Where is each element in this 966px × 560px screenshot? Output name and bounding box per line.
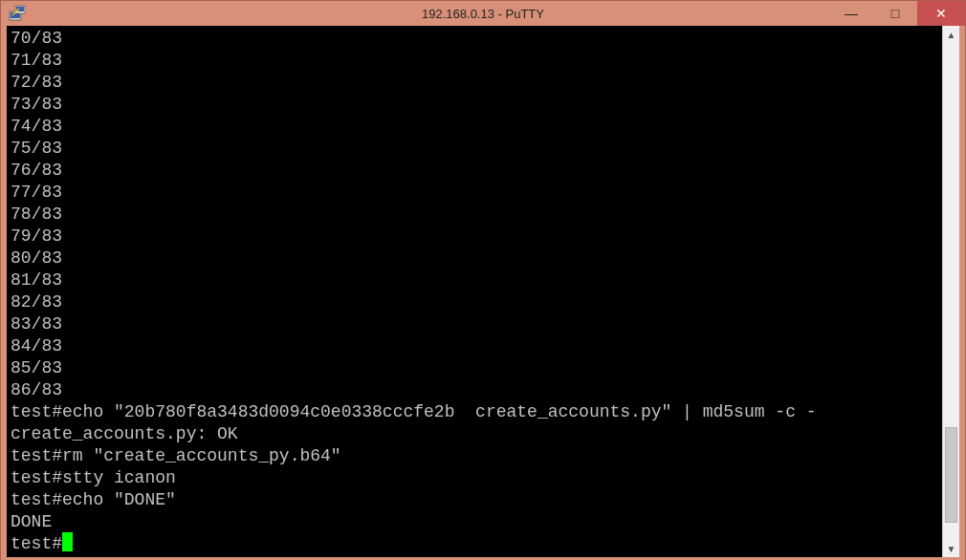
terminal-line: 75/83: [11, 138, 938, 160]
putty-window: 192.168.0.13 - PuTTY — □ ✕ 70/8371/8372/…: [0, 0, 966, 560]
terminal-line: create_accounts.py: OK: [11, 423, 938, 445]
terminal-line: 77/83: [11, 182, 938, 204]
terminal-prompt-line: test#: [11, 533, 938, 555]
terminal-line: 78/83: [11, 204, 938, 226]
terminal-line: 83/83: [11, 313, 938, 335]
terminal-line: test#stty icanon: [11, 467, 938, 489]
titlebar[interactable]: 192.168.0.13 - PuTTY — □ ✕: [1, 1, 965, 26]
terminal-line: 79/83: [11, 226, 938, 248]
terminal-line: 81/83: [11, 269, 938, 291]
cursor: [62, 532, 73, 551]
terminal-line: DONE: [11, 511, 938, 533]
terminal-line: 70/83: [11, 28, 938, 50]
terminal-line: 84/83: [11, 335, 938, 357]
minimize-button[interactable]: —: [829, 1, 873, 26]
maximize-icon: □: [891, 6, 899, 21]
scrollbar[interactable]: ▲ ▼: [942, 26, 959, 557]
terminal[interactable]: 70/8371/8372/8373/8374/8375/8376/8377/83…: [7, 26, 942, 557]
terminal-line: test#rm "create_accounts_py.b64": [11, 445, 938, 467]
terminal-line: test#echo "20b780f8a3483d0094c0e0338cccf…: [11, 401, 938, 423]
maximize-button[interactable]: □: [873, 1, 917, 26]
window-title: 192.168.0.13 - PuTTY: [1, 7, 965, 21]
terminal-line: 71/83: [11, 50, 938, 72]
window-controls: — □ ✕: [829, 1, 965, 26]
terminal-line: 74/83: [11, 116, 938, 138]
prompt: test#: [11, 534, 62, 553]
terminal-wrap: 70/8371/8372/8373/8374/8375/8376/8377/83…: [7, 26, 959, 557]
scrollbar-thumb[interactable]: [945, 427, 957, 523]
minimize-icon: —: [845, 6, 858, 21]
terminal-line: 80/83: [11, 248, 938, 269]
terminal-line: 85/83: [11, 357, 938, 379]
terminal-line: 73/83: [11, 94, 938, 116]
terminal-line: test#echo "DONE": [11, 489, 938, 511]
terminal-line: 72/83: [11, 72, 938, 94]
close-icon: ✕: [935, 6, 947, 21]
scroll-down-button[interactable]: ▼: [943, 540, 959, 557]
terminal-line: 82/83: [11, 291, 938, 313]
client-area: 70/8371/8372/8373/8374/8375/8376/8377/83…: [1, 26, 965, 560]
scroll-up-button[interactable]: ▲: [943, 26, 959, 43]
putty-icon: [9, 5, 26, 22]
chevron-down-icon: ▼: [947, 544, 956, 554]
chevron-up-icon: ▲: [947, 30, 956, 40]
close-button[interactable]: ✕: [917, 1, 965, 26]
terminal-line: 76/83: [11, 160, 938, 182]
terminal-line: 86/83: [11, 379, 938, 401]
